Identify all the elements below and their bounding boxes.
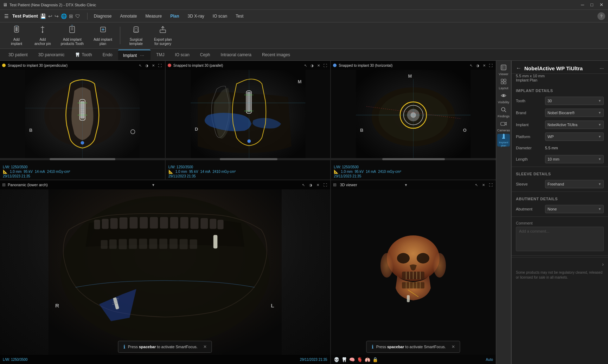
- skull-icon-1[interactable]: 💀: [334, 357, 339, 362]
- sidebar-btn-layout[interactable]: Layout: [497, 78, 510, 90]
- vp2-scrollbar-thumb[interactable]: [220, 158, 277, 160]
- skull-icon-2[interactable]: 🦷: [341, 357, 347, 362]
- menu-item-annotate[interactable]: Annotate: [116, 12, 140, 20]
- vp2-cursor-icon[interactable]: ↖: [303, 63, 308, 68]
- sidebar-btn-findings[interactable]: Findings: [497, 106, 510, 118]
- minimize-button[interactable]: ─: [579, 1, 586, 8]
- redo-icon[interactable]: ↪: [55, 13, 59, 19]
- tooth-select[interactable]: 30 ▼: [545, 97, 604, 105]
- close-button[interactable]: ✕: [598, 1, 605, 8]
- viewport-3d[interactable]: ⊞ 3D viewer ▼ ↖ ✕ ⛶: [331, 180, 496, 364]
- panel-more-button[interactable]: ···: [600, 65, 604, 71]
- tab-implant-more[interactable]: ···: [139, 51, 146, 59]
- sidebar-btn-implant-plan[interactable]: Implantplan: [497, 134, 510, 147]
- tab-recent-images[interactable]: Recent images: [257, 50, 295, 59]
- panoramic-cursor-icon[interactable]: ↖: [301, 183, 306, 187]
- vp3-dot: [333, 64, 337, 67]
- menu-item-plan[interactable]: Plan: [167, 12, 183, 20]
- toolbar-separator: [120, 27, 120, 44]
- menu-item-3dxray[interactable]: 3D X-ray: [184, 12, 208, 20]
- vp2-contrast-icon[interactable]: ◑: [309, 63, 315, 68]
- vp2-scrollbar[interactable]: [166, 158, 331, 160]
- vp3-contrast-icon[interactable]: ◑: [475, 63, 480, 68]
- vp3-expand-icon[interactable]: ⛶: [488, 63, 494, 68]
- vp2-close-icon[interactable]: ✕: [316, 63, 321, 68]
- menu-item-ioscan[interactable]: IO scan: [209, 12, 231, 20]
- tab-3d-patient[interactable]: 3D patient: [4, 50, 33, 59]
- vp1-expand-icon[interactable]: ⛶: [157, 63, 163, 68]
- vp2-dot: [168, 64, 171, 67]
- sidebar-btn-visibility[interactable]: Visibility: [497, 92, 510, 104]
- sidebar-btn-cameras[interactable]: Cameras: [497, 120, 510, 132]
- tab-io-scan[interactable]: IO scan: [170, 50, 194, 59]
- lock-icon[interactable]: 🔒: [372, 357, 378, 362]
- viewport-horizontal[interactable]: Snapped to implant 30 (horizontal) ↖ ◑ ✕…: [331, 61, 496, 180]
- svg-point-110: [380, 253, 393, 278]
- comment-input[interactable]: Add a comment...: [516, 227, 604, 251]
- panoramic-contrast-icon[interactable]: ◑: [308, 183, 313, 187]
- svg-rect-6: [70, 26, 75, 33]
- panoramic-expand-icon[interactable]: ⛶: [322, 183, 328, 187]
- skull-icon-4[interactable]: 🫀: [357, 357, 363, 362]
- vp3-scrollbar-thumb[interactable]: [382, 158, 445, 160]
- tab-tooth[interactable]: 🦷 Tooth: [70, 50, 97, 59]
- viewer3d-dropdown-icon[interactable]: ▼: [404, 183, 408, 187]
- sleeve-select[interactable]: Freehand ▼: [545, 180, 604, 188]
- add-implant-button[interactable]: Addimplant: [4, 24, 29, 47]
- tab-intraoral-camera[interactable]: Intraoral camera: [216, 50, 256, 59]
- menu-item-measure[interactable]: Measure: [142, 12, 165, 20]
- vp1-date: 29/11/2023 21:35: [3, 174, 30, 178]
- add-anchor-pin-button[interactable]: Addanchor pin: [30, 24, 55, 47]
- globe-icon[interactable]: 🌐: [61, 13, 67, 19]
- platform-select[interactable]: WP ▼: [545, 132, 604, 141]
- add-implant-plan-button[interactable]: Add implantplan: [89, 24, 116, 47]
- vp1-contrast-icon[interactable]: ◑: [144, 63, 149, 68]
- viewer3d-close-icon[interactable]: ✕: [481, 183, 486, 187]
- vp1-scrollbar-thumb[interactable]: [50, 158, 115, 160]
- vp3-cursor-icon[interactable]: ↖: [469, 63, 474, 68]
- skull-icon-5[interactable]: 🫁: [365, 357, 370, 362]
- viewport-parallel[interactable]: Snapped to implant 30 (parallel) ↖ ◑ ✕ ⛶: [166, 61, 331, 180]
- vp1-cursor-icon[interactable]: ↖: [138, 63, 143, 68]
- export-plan-button[interactable]: Export planfor surgery: [150, 24, 176, 47]
- help-button[interactable]: ?: [597, 12, 605, 20]
- panoramic-close-icon[interactable]: ✕: [315, 183, 320, 187]
- vp3-scrollbar[interactable]: [331, 158, 496, 160]
- vp2-expand-icon[interactable]: ⛶: [322, 63, 328, 68]
- menu-item-test[interactable]: Test: [232, 12, 247, 20]
- tab-3d-panoramic[interactable]: 3D panoramic: [33, 50, 70, 59]
- viewport-panoramic[interactable]: ⊞ Panoramic (lower arch) ▼ ↖ ◑ ✕ ⛶: [0, 180, 331, 364]
- implant-select[interactable]: NobelActive TiUltra ▼: [545, 121, 604, 129]
- layout-icon[interactable]: ⊞: [69, 13, 73, 19]
- vp1-scrollbar[interactable]: [0, 158, 165, 160]
- undo-icon[interactable]: ↩: [48, 13, 52, 19]
- panel-expand-icon[interactable]: ›: [602, 261, 604, 268]
- viewer3d-cursor-icon[interactable]: ↖: [474, 183, 479, 187]
- implant-dropdown-arrow: ▼: [598, 123, 601, 126]
- tab-implant[interactable]: Implant ···: [118, 50, 151, 60]
- form-row-platform: Platform WP ▼: [512, 131, 608, 143]
- viewer3d-expand-icon[interactable]: ⛶: [488, 183, 494, 187]
- maximize-button[interactable]: □: [589, 1, 595, 8]
- menu-item-diagnose[interactable]: Diagnose: [90, 12, 115, 20]
- abutment-select[interactable]: None ▼: [545, 205, 604, 213]
- shield-icon[interactable]: 🛡: [75, 13, 80, 19]
- hamburger-menu[interactable]: ☰: [3, 12, 10, 20]
- surgical-template-button[interactable]: Surgicaltemplate: [124, 24, 148, 47]
- panoramic-dropdown-icon[interactable]: ▼: [152, 183, 155, 187]
- sidebar-btn-viewer[interactable]: Viewer: [497, 64, 510, 76]
- tab-ceph[interactable]: Ceph: [195, 50, 215, 59]
- add-implant-products-button[interactable]: + Add implantproducts Tooth: [57, 24, 88, 47]
- save-icon[interactable]: 💾: [40, 13, 46, 19]
- vp3-close-icon[interactable]: ✕: [482, 63, 487, 68]
- vp1-close-icon[interactable]: ✕: [151, 63, 156, 68]
- tab-tmj[interactable]: TMJ: [151, 50, 169, 59]
- brand-select[interactable]: Nobel Biocare® ▼: [545, 109, 604, 117]
- tab-endo[interactable]: Endo: [98, 50, 117, 59]
- panel-back-button[interactable]: ←: [516, 65, 521, 71]
- length-select[interactable]: 10 mm ▼: [545, 155, 604, 163]
- smartfocus-close-3d[interactable]: ✕: [452, 344, 455, 349]
- viewport-perpendicular[interactable]: Snapped to implant 30 (perpendicular) ↖ …: [0, 61, 166, 180]
- smartfocus-close-panoramic[interactable]: ✕: [203, 344, 207, 349]
- skull-icon-3[interactable]: 🧠: [349, 357, 355, 362]
